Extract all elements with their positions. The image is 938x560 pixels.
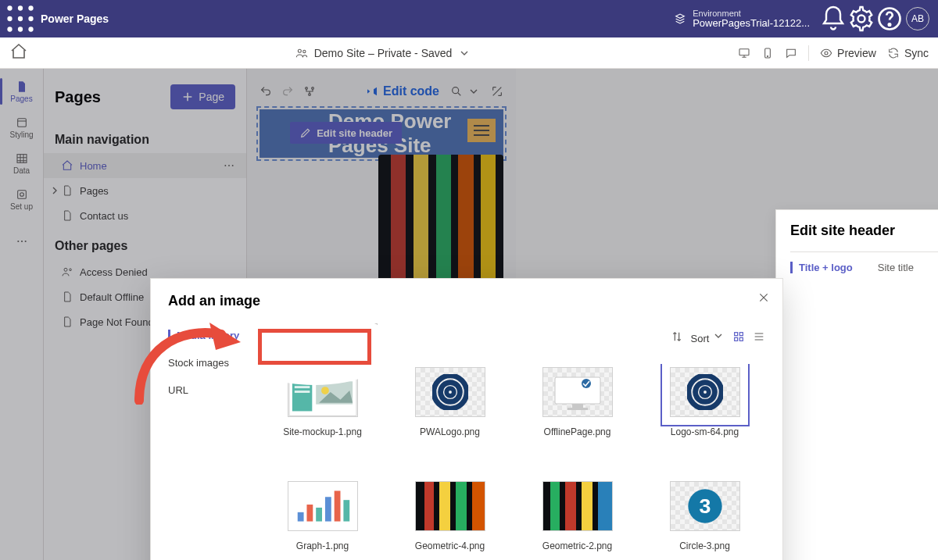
image-name: Circle-3.png (679, 540, 730, 551)
undo-icon[interactable] (260, 85, 272, 98)
app-name: Power Pages (41, 12, 109, 25)
edit-site-header-chip[interactable]: Edit site header (290, 122, 402, 144)
user-avatar[interactable]: AB (904, 5, 932, 33)
image-item[interactable]: Graph-1.png (264, 478, 381, 561)
sort-button[interactable]: Sort (691, 330, 725, 344)
svg-point-7 (18, 27, 23, 31)
image-item[interactable]: Geometric-2.png (519, 478, 636, 561)
tree-item-pages[interactable]: Pages (44, 178, 246, 203)
svg-point-8 (28, 27, 33, 31)
flow-icon[interactable] (303, 85, 316, 98)
site-status[interactable]: Demo Site – Private - Saved (28, 47, 738, 59)
image-item[interactable]: PWALogo.png (392, 364, 509, 461)
settings-icon[interactable] (847, 5, 875, 33)
image-name: Site-mockup-1.png (283, 426, 362, 437)
svg-rect-57 (306, 505, 313, 522)
svg-rect-50 (572, 404, 583, 408)
section-main-nav: Main navigation (44, 122, 246, 153)
environment-name: PowerPagesTrial-12122... (693, 18, 810, 29)
svg-point-54 (695, 383, 714, 402)
tab-url[interactable]: URL (168, 384, 262, 396)
title-bar: Power Pages Environment PowerPagesTrial-… (0, 0, 938, 37)
app-body: Pages Styling Data Set up Pages Page Mai… (0, 69, 938, 560)
rail-data[interactable]: Data (0, 145, 44, 181)
home-icon[interactable] (9, 42, 28, 64)
sync-icon (887, 47, 900, 59)
thumbnail (542, 367, 613, 417)
home-icon (61, 159, 73, 172)
environment-label: Environment (693, 9, 810, 18)
thumbnail (670, 367, 740, 417)
grid-view-icon[interactable] (732, 330, 745, 343)
image-item[interactable]: Logo-sm-64.png (646, 364, 764, 461)
thumbnail (288, 481, 358, 531)
svg-point-12 (298, 49, 301, 52)
rail-setup[interactable]: Set up (0, 181, 44, 217)
sort-arrows-icon[interactable] (671, 330, 683, 343)
svg-rect-14 (739, 48, 749, 55)
environment-icon (674, 12, 686, 25)
svg-point-47 (440, 383, 460, 402)
thumbnail (415, 481, 485, 531)
svg-point-13 (303, 50, 305, 52)
image-name: Geometric-2.png (542, 540, 612, 551)
add-image-title: Add an image (168, 293, 765, 309)
svg-point-9 (858, 16, 865, 23)
rail-pages[interactable]: Pages (0, 73, 44, 109)
chevron-down-icon (467, 85, 480, 98)
svg-rect-43 (294, 391, 310, 393)
help-icon[interactable] (875, 5, 904, 33)
image-item[interactable]: Geometric-4.png (392, 478, 509, 561)
people-icon (61, 266, 73, 278)
environment-picker[interactable]: Environment PowerPagesTrial-12122... (674, 9, 810, 29)
svg-rect-61 (343, 500, 349, 521)
expand-icon[interactable] (491, 85, 503, 98)
tree-item-contact[interactable]: Contact us (44, 203, 246, 228)
svg-point-31 (312, 87, 314, 90)
thumbnail (415, 367, 485, 417)
svg-point-21 (20, 192, 23, 196)
image-item[interactable]: 3 Circle-3.png (646, 478, 764, 561)
thumbnail: 3 (670, 481, 740, 531)
svg-point-24 (24, 241, 26, 242)
svg-rect-35 (739, 333, 743, 336)
svg-point-4 (18, 16, 23, 21)
preview-button[interactable]: Preview (820, 47, 876, 59)
page-icon (61, 291, 73, 303)
sync-button[interactable]: Sync (887, 47, 929, 59)
chevron-down-icon (458, 47, 471, 59)
edit-code-button[interactable]: Edit code (366, 84, 439, 98)
svg-text:3: 3 (699, 494, 711, 518)
ellipsis-icon[interactable] (223, 159, 235, 172)
image-name: PWALogo.png (420, 426, 480, 437)
svg-point-28 (64, 268, 67, 271)
eye-icon (820, 47, 832, 59)
site-header-preview[interactable]: Demo Power Pages Site Edit site header (260, 109, 503, 158)
image-item[interactable]: OfflinePage.png (519, 364, 636, 461)
rail-more[interactable] (0, 223, 44, 259)
notifications-icon[interactable] (819, 5, 847, 33)
svg-point-16 (768, 55, 768, 56)
app-launcher-icon[interactable] (6, 5, 34, 33)
add-page-button[interactable]: Page (170, 84, 235, 109)
redo-icon[interactable] (281, 85, 294, 98)
svg-rect-49 (555, 377, 600, 404)
tree-item-home[interactable]: Home (44, 153, 246, 178)
zoom-button[interactable] (450, 85, 480, 98)
close-icon[interactable] (757, 291, 770, 304)
list-view-icon[interactable] (753, 330, 765, 343)
hamburger-icon[interactable] (467, 119, 496, 142)
rail-styling[interactable]: Styling (0, 109, 44, 145)
styling-icon (16, 116, 28, 129)
pencil-icon (299, 127, 312, 139)
svg-rect-19 (17, 154, 27, 162)
svg-rect-36 (735, 337, 738, 341)
comment-icon[interactable] (785, 47, 797, 59)
chevron-right-icon[interactable] (48, 184, 61, 197)
tab-title-logo[interactable]: Title + logo (790, 262, 853, 273)
tab-site-title[interactable]: Site title (878, 262, 914, 273)
mobile-icon[interactable] (761, 47, 774, 59)
desktop-icon[interactable] (738, 47, 750, 59)
svg-rect-51 (567, 408, 588, 410)
svg-rect-34 (735, 333, 738, 336)
